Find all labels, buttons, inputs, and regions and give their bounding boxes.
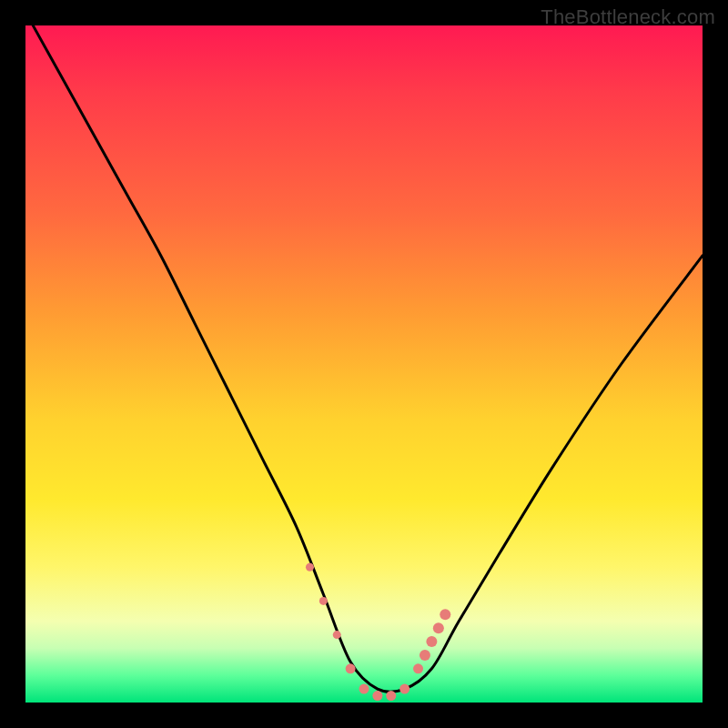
- marker-point: [372, 691, 382, 701]
- marker-point: [426, 636, 437, 647]
- marker-point: [346, 663, 356, 673]
- marker-point: [399, 684, 410, 694]
- marker-point: [440, 609, 450, 620]
- marker-point: [319, 597, 328, 605]
- marker-point: [306, 563, 314, 571]
- marker-point: [420, 650, 430, 661]
- marker-point: [333, 631, 341, 639]
- plot-area: [25, 25, 703, 703]
- marker-point: [413, 663, 423, 673]
- bottleneck-curve: [25, 12, 703, 692]
- chart-frame: TheBottleneck.com: [0, 0, 728, 728]
- marker-point: [433, 622, 444, 633]
- curve-svg: [25, 25, 703, 703]
- marker-point: [359, 684, 369, 694]
- highlight-markers: [306, 563, 450, 701]
- marker-point: [386, 691, 396, 701]
